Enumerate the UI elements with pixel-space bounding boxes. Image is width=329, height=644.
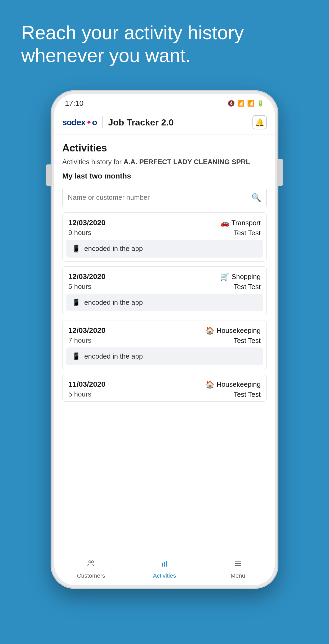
activities-list: 12/03/2020 9 hours 🚗 Transport Test Test bbox=[54, 212, 275, 554]
card-right-4: 🏠 Housekeeping Test Test bbox=[205, 380, 261, 399]
mute-icon: 🔇 bbox=[228, 100, 235, 107]
bell-icon: 🔔 bbox=[255, 118, 264, 127]
status-time: 17:10 bbox=[65, 99, 83, 108]
card-right-3: 🏠 Housekeeping Test Test bbox=[205, 326, 261, 345]
card-date-2: 12/03/2020 bbox=[68, 272, 105, 281]
encoded-text-2: encoded in the app bbox=[84, 298, 143, 307]
activities-title: Activities bbox=[62, 142, 267, 154]
svg-rect-4 bbox=[166, 561, 167, 567]
bell-button[interactable]: 🔔 bbox=[252, 115, 267, 129]
card-category-3: 🏠 Housekeeping bbox=[205, 326, 261, 335]
card-customer-2: Test Test bbox=[234, 283, 261, 291]
card-date-1: 12/03/2020 bbox=[68, 219, 105, 227]
card-customer-3: Test Test bbox=[234, 337, 261, 345]
card-encoded-2: 📱 encoded in the app bbox=[66, 294, 263, 311]
card-date-3: 12/03/2020 bbox=[68, 326, 105, 335]
activities-icon bbox=[160, 559, 169, 570]
card-top-1: 12/03/2020 9 hours 🚗 Transport Test Test bbox=[63, 213, 266, 240]
app-title: Job Tracker 2.0 bbox=[108, 117, 174, 128]
card-top-3: 12/03/2020 7 hours 🏠 Housekeeping Test T… bbox=[63, 320, 266, 347]
encoded-text-1: encoded in the app bbox=[84, 245, 143, 253]
customers-label: Customers bbox=[77, 572, 105, 579]
search-input[interactable] bbox=[68, 193, 251, 202]
wifi-icon: 📶 bbox=[237, 100, 244, 107]
svg-rect-3 bbox=[164, 562, 165, 567]
activities-label: Activities bbox=[153, 572, 176, 579]
card-top-2: 12/03/2020 5 hours 🛒 Shopping Test Test bbox=[63, 267, 266, 294]
card-date-4: 11/03/2020 bbox=[68, 380, 105, 389]
activity-card-3[interactable]: 12/03/2020 7 hours 🏠 Housekeeping Test T… bbox=[62, 320, 267, 369]
company-name: A.A. PERFECT LADY CLEANING SPRL bbox=[123, 158, 250, 166]
card-left-1: 12/03/2020 9 hours bbox=[68, 219, 105, 237]
header-divider bbox=[102, 116, 103, 128]
card-encoded-1: 📱 encoded in the app bbox=[66, 240, 263, 258]
activities-subtitle: Activities history for A.A. PERFECT LADY… bbox=[62, 157, 267, 167]
card-category-2: 🛒 Shopping bbox=[220, 272, 261, 281]
transport-icon: 🚗 bbox=[220, 219, 229, 227]
battery-icon: 🔋 bbox=[257, 100, 264, 107]
card-top-4: 11/03/2020 5 hours 🏠 Housekeeping Test T… bbox=[63, 374, 266, 401]
bottom-nav: Customers Activities bbox=[54, 554, 275, 585]
content-area: Activities Activities history for A.A. P… bbox=[54, 134, 275, 585]
card-customer-4: Test Test bbox=[234, 390, 261, 399]
card-category-1: 🚗 Transport bbox=[220, 219, 261, 227]
card-encoded-3: 📱 encoded in the app bbox=[66, 347, 263, 365]
svg-rect-2 bbox=[162, 563, 163, 567]
card-hours-4: 5 hours bbox=[68, 390, 105, 398]
encoded-text-3: encoded in the app bbox=[84, 352, 143, 360]
phone-mockup: 17:10 🔇 📶 📶 🔋 sodex ✦ o Job Tracker 2.0 bbox=[51, 90, 278, 589]
phone-icon-2: 📱 bbox=[72, 298, 81, 307]
logo-text: sodex bbox=[62, 118, 85, 127]
search-box[interactable]: 🔍 bbox=[62, 188, 267, 207]
card-left-2: 12/03/2020 5 hours bbox=[68, 272, 105, 291]
card-hours-2: 5 hours bbox=[68, 282, 105, 291]
menu-label: Menu bbox=[231, 572, 245, 579]
nav-customers[interactable]: Customers bbox=[54, 554, 128, 585]
shopping-icon: 🛒 bbox=[220, 272, 229, 281]
svg-point-1 bbox=[91, 561, 94, 563]
card-left-3: 12/03/2020 7 hours bbox=[68, 326, 105, 345]
housekeeping-icon-4: 🏠 bbox=[205, 380, 215, 389]
activities-header: Activities Activities history for A.A. P… bbox=[54, 134, 275, 188]
nav-activities[interactable]: Activities bbox=[128, 554, 201, 585]
status-icons: 🔇 📶 📶 🔋 bbox=[228, 100, 264, 107]
housekeeping-icon-3: 🏠 bbox=[205, 326, 215, 335]
menu-icon bbox=[233, 559, 242, 570]
activity-card-4[interactable]: 11/03/2020 5 hours 🏠 Housekeeping Test T… bbox=[62, 374, 267, 402]
card-category-label-1: Transport bbox=[232, 219, 261, 227]
hero-text: Reach your activity history whenever you… bbox=[21, 21, 308, 67]
logo-star: ✦ bbox=[86, 118, 92, 127]
logo-text-o: o bbox=[92, 118, 97, 127]
sodexo-logo: sodex ✦ o bbox=[62, 118, 97, 127]
card-left-4: 11/03/2020 5 hours bbox=[68, 380, 105, 398]
card-category-label-2: Shopping bbox=[232, 273, 261, 281]
card-right-2: 🛒 Shopping Test Test bbox=[220, 272, 261, 291]
status-bar: 17:10 🔇 📶 📶 🔋 bbox=[54, 94, 275, 110]
section-heading: My last two months bbox=[62, 172, 267, 180]
activity-card-2[interactable]: 12/03/2020 5 hours 🛒 Shopping Test Test bbox=[62, 266, 267, 315]
phone-icon-3: 📱 bbox=[72, 352, 81, 360]
card-category-label-4: Housekeeping bbox=[217, 380, 261, 389]
search-icon: 🔍 bbox=[251, 193, 261, 202]
nav-menu[interactable]: Menu bbox=[201, 554, 275, 585]
phone-icon-1: 📱 bbox=[72, 245, 81, 253]
signal-icon: 📶 bbox=[247, 100, 254, 107]
subtitle-prefix: Activities history for bbox=[62, 158, 123, 166]
card-hours-1: 9 hours bbox=[68, 229, 105, 237]
card-category-label-3: Housekeeping bbox=[217, 327, 261, 335]
card-category-4: 🏠 Housekeeping bbox=[205, 380, 261, 389]
activity-card-1[interactable]: 12/03/2020 9 hours 🚗 Transport Test Test bbox=[62, 212, 267, 262]
svg-point-0 bbox=[89, 561, 91, 563]
app-header: sodex ✦ o Job Tracker 2.0 🔔 bbox=[54, 110, 275, 134]
customers-icon bbox=[87, 559, 96, 570]
card-hours-3: 7 hours bbox=[68, 336, 105, 345]
card-right-1: 🚗 Transport Test Test bbox=[220, 219, 261, 237]
card-customer-1: Test Test bbox=[234, 229, 261, 237]
